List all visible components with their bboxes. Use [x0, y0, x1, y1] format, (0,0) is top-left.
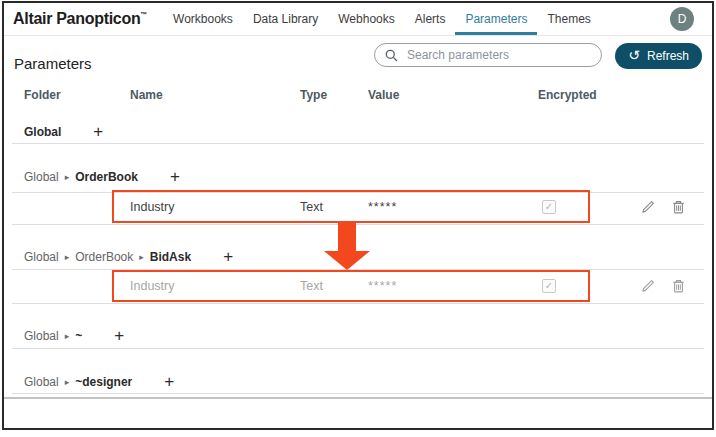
add-parameter-button[interactable]: +: [170, 168, 180, 185]
column-header-encrypted: Encrypted: [538, 88, 597, 102]
row-divider: [12, 393, 704, 394]
row-divider: [12, 303, 704, 304]
caret-right-icon: ▸: [65, 331, 70, 341]
page-title: Parameters: [14, 55, 92, 72]
app-window: Altair Panopticon™ Workbooks Data Librar…: [2, 1, 714, 430]
tab-workbooks[interactable]: Workbooks: [163, 3, 243, 35]
folder-row-global: Global +: [24, 123, 103, 140]
caret-right-icon: ▸: [139, 252, 144, 262]
column-header-value: Value: [368, 88, 399, 102]
search-icon: [385, 49, 398, 62]
breadcrumb-segment: Global: [24, 170, 59, 184]
folder-row-designer: Global ▸ ~designer +: [24, 373, 174, 390]
tab-webhooks[interactable]: Webhooks: [328, 3, 404, 35]
column-header-folder: Folder: [24, 88, 61, 102]
breadcrumb-segment: Global: [24, 375, 59, 389]
highlight-box: [112, 270, 590, 302]
refresh-label: Refresh: [647, 49, 689, 63]
row-divider: [12, 224, 704, 225]
content-bottom-divider: [4, 397, 712, 399]
caret-right-icon: ▸: [65, 252, 70, 262]
highlight-box: [112, 190, 590, 223]
folder-row-orderbook: Global ▸ OrderBook +: [24, 168, 180, 185]
breadcrumb-segment: ~: [75, 329, 82, 343]
nav-tabs: Workbooks Data Library Webhooks Alerts P…: [163, 3, 601, 35]
delete-button[interactable]: [670, 278, 686, 294]
app-logo: Altair Panopticon™: [13, 10, 147, 28]
breadcrumb-segment: ~designer: [75, 375, 132, 389]
column-header-type: Type: [300, 88, 327, 102]
refresh-button[interactable]: ↺ Refresh: [615, 43, 702, 69]
annotation-arrow-down: [338, 222, 356, 252]
breadcrumb-segment: OrderBook: [75, 250, 133, 264]
user-avatar[interactable]: D: [670, 7, 694, 31]
top-nav: Altair Panopticon™ Workbooks Data Librar…: [4, 3, 712, 36]
breadcrumb-segment: Global: [24, 329, 59, 343]
search-input[interactable]: [405, 47, 591, 63]
trademark-symbol: ™: [140, 11, 147, 18]
edit-button[interactable]: [640, 199, 656, 215]
folder-row-bidask: Global ▸ OrderBook ▸ BidAsk +: [24, 248, 233, 265]
add-parameter-button[interactable]: +: [114, 327, 124, 344]
caret-right-icon: ▸: [65, 172, 70, 182]
add-parameter-button[interactable]: +: [164, 373, 174, 390]
row-divider: [12, 348, 704, 349]
breadcrumb-segment: Global: [24, 250, 59, 264]
tab-themes[interactable]: Themes: [537, 3, 600, 35]
search-box: [374, 43, 602, 67]
breadcrumb-segment: Global: [24, 125, 61, 139]
folder-row-tilde: Global ▸ ~ +: [24, 327, 124, 344]
edit-button[interactable]: [640, 278, 656, 294]
breadcrumb-segment: BidAsk: [150, 250, 191, 264]
add-parameter-button[interactable]: +: [93, 123, 103, 140]
annotation-arrow-down: [324, 251, 370, 270]
tab-parameters[interactable]: Parameters: [455, 3, 537, 35]
column-header-name: Name: [130, 88, 163, 102]
breadcrumb-segment: OrderBook: [75, 170, 138, 184]
row-divider: [12, 143, 704, 144]
add-parameter-button[interactable]: +: [223, 248, 233, 265]
refresh-icon: ↺: [628, 48, 640, 62]
tab-data-library[interactable]: Data Library: [243, 3, 328, 35]
tab-alerts[interactable]: Alerts: [405, 3, 456, 35]
caret-right-icon: ▸: [65, 377, 70, 387]
delete-button[interactable]: [670, 199, 686, 215]
